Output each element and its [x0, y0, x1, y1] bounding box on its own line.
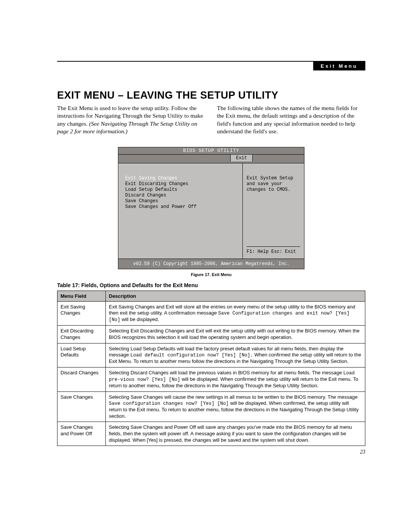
desc-code: Load default configuration now? [Yes] [N… [130, 353, 253, 358]
bios-menu-item: Discard Changes [125, 193, 236, 198]
fields-table: Menu Field Description Exit Saving Chang… [57, 291, 365, 446]
bios-menu-item-selected: Exit Saving Changes [125, 176, 236, 181]
desc-pre: Selecting Save Changes and Power Off wil… [109, 424, 352, 443]
table-row: Exit Discarding Changes Selecting Exit D… [57, 326, 365, 343]
figure-caption: Figure 17. Exit Menu [118, 272, 304, 277]
document-page: Exit Menu EXIT MENU – LEAVING THE SETUP … [0, 0, 411, 478]
bios-tab-bar: Exit [118, 155, 304, 163]
desc-pre: Selecting Discard Changes will load the … [109, 370, 343, 375]
cell-field: Exit Saving Changes [57, 301, 106, 326]
table-row: Save Changes Selecting Save Changes will… [57, 391, 365, 422]
cell-field: Load Setup Defaults [57, 343, 106, 367]
bios-help-pane: Exit System Setup and save your changes … [243, 163, 304, 259]
desc-pre: Selecting Save Changes will cause the ne… [109, 394, 357, 400]
bios-figure: BIOS SETUP UTILITY Exit Exit Saving Chan… [118, 147, 304, 277]
bios-tab-exit: Exit [230, 155, 253, 161]
intro-left: The Exit Menu is used to leave the setup… [57, 104, 206, 136]
cell-desc: Selecting Exit Discarding Changes and Ex… [106, 326, 365, 343]
bios-menu-item: Save Changes [125, 198, 236, 204]
table-row: Discard Changes Selecting Discard Change… [57, 367, 365, 391]
page-number: 23 [57, 449, 365, 455]
th-description: Description [106, 291, 365, 301]
bios-menu-item: Save Changes and Power Off [125, 204, 236, 210]
desc-code: Save configuration changes now? [Yes] [N… [109, 401, 229, 406]
cell-desc: Selecting Save Changes will cause the ne… [106, 391, 365, 422]
intro-columns: The Exit Menu is used to leave the setup… [57, 104, 365, 136]
page-title: EXIT MENU – LEAVING THE SETUP UTILITY [57, 89, 365, 101]
cell-desc: Selecting Discard Changes will load the … [106, 367, 365, 391]
desc-pre: Selecting Exit Discarding Changes and Ex… [109, 328, 360, 340]
table-row: Exit Saving Changes Exit Saving Changes … [57, 301, 365, 326]
cell-field: Exit Discarding Changes [57, 326, 106, 343]
bios-body: Exit Saving Changes Exit Discarding Chan… [118, 163, 304, 259]
table-row: Load Setup Defaults Selecting Load Setup… [57, 343, 365, 367]
bios-menu-item: Load Setup Defaults [125, 187, 236, 193]
table-title: Table 17: Fields, Options and Defaults f… [57, 282, 365, 288]
bios-footer: v02.59 (C) Copyright 1985-2006, American… [118, 259, 304, 269]
th-menu-field: Menu Field [57, 291, 106, 301]
bios-menu-list: Exit Saving Changes Exit Discarding Chan… [118, 163, 243, 259]
cell-field: Discard Changes [57, 367, 106, 391]
bios-key-help: F1: Help Esc: Exit [247, 246, 300, 255]
cell-field: Save Changes [57, 391, 106, 422]
bios-title-bar: BIOS SETUP UTILITY [118, 147, 304, 155]
bios-screen: BIOS SETUP UTILITY Exit Exit Saving Chan… [118, 147, 304, 269]
cell-desc: Selecting Save Changes and Power Off wil… [106, 422, 365, 446]
table-row: Save Changes and Power Off Selecting Sav… [57, 422, 365, 446]
intro-right: The following table shows the names of t… [217, 104, 365, 136]
bios-help-text: Exit System Setup and save your changes … [247, 176, 300, 193]
desc-post: will be displayed. [120, 316, 159, 322]
cell-desc: Exit Saving Changes and Exit will store … [106, 301, 365, 326]
section-tag: Exit Menu [313, 62, 365, 70]
bios-menu-item: Exit Discarding Changes [125, 181, 236, 187]
cell-field: Save Changes and Power Off [57, 422, 106, 446]
cell-desc: Selecting Load Setup Defaults will load … [106, 343, 365, 367]
